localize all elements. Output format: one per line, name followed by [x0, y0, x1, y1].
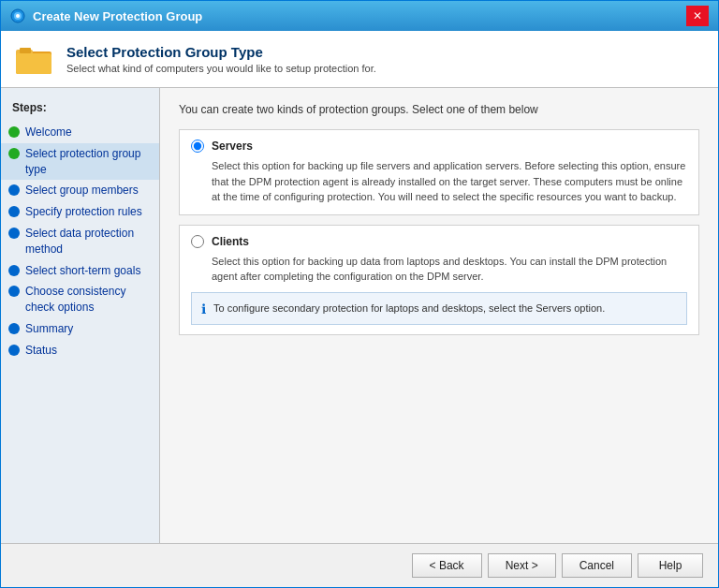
info-box: ℹ To configure secondary protection for …	[191, 292, 687, 325]
help-button[interactable]: Help	[638, 553, 703, 578]
sidebar-item-welcome[interactable]: Welcome	[1, 122, 159, 143]
footer: < Back Next > Cancel Help	[1, 543, 718, 587]
clients-option-row: Clients	[191, 235, 687, 248]
sidebar-label-consistency-check: Choose consistency check options	[25, 284, 148, 316]
servers-option-row: Servers	[191, 140, 687, 153]
content-area: You can create two kinds of protection g…	[160, 88, 718, 543]
sidebar-item-select-group-members[interactable]: Select group members	[1, 180, 159, 201]
clients-radio[interactable]	[191, 235, 204, 248]
cancel-button[interactable]: Cancel	[562, 553, 632, 578]
sidebar-label-summary: Summary	[25, 321, 73, 337]
sidebar-label-short-term-goals: Select short-term goals	[25, 263, 140, 279]
back-button[interactable]: < Back	[412, 553, 482, 578]
sidebar-item-choose-consistency-check-options[interactable]: Choose consistency check options	[1, 281, 159, 318]
main-window: Create New Protection Group ✕ Select Pro…	[0, 0, 719, 588]
folder-icon	[16, 42, 53, 76]
clients-description: Select this option for backing up data f…	[212, 254, 687, 285]
sidebar-item-specify-protection-rules[interactable]: Specify protection rules	[1, 201, 159, 223]
dot-protection-rules	[8, 206, 20, 217]
dot-consistency-check	[8, 286, 20, 297]
sidebar-item-summary[interactable]: Summary	[1, 318, 159, 340]
header-section: Select Protection Group Type Select what…	[1, 31, 718, 88]
clients-option-block: Clients Select this option for backing u…	[179, 225, 699, 335]
servers-option-block: Servers Select this option for backing u…	[179, 129, 699, 215]
main-content: Steps: Welcome Select protection group t…	[1, 88, 718, 543]
dot-select-type	[8, 148, 20, 159]
content-intro: You can create two kinds of protection g…	[179, 103, 699, 116]
sidebar-item-select-data-protection-method[interactable]: Select data protection method	[1, 223, 159, 260]
info-icon: ℹ	[201, 301, 206, 316]
info-text: To configure secondary protection for la…	[213, 301, 605, 316]
clients-label: Clients	[212, 235, 249, 248]
dot-group-members	[8, 184, 20, 196]
sidebar-item-select-short-term-goals[interactable]: Select short-term goals	[1, 260, 159, 282]
sidebar: Steps: Welcome Select protection group t…	[1, 88, 160, 543]
sidebar-label-data-protection-method: Select data protection method	[25, 226, 148, 257]
servers-radio[interactable]	[191, 140, 204, 153]
header-title: Select Protection Group Type	[66, 44, 376, 60]
dot-summary	[8, 323, 20, 334]
dot-welcome	[8, 126, 20, 138]
servers-label: Servers	[212, 140, 253, 153]
sidebar-label-status: Status	[25, 343, 57, 359]
sidebar-label-group-members: Select group members	[25, 183, 139, 198]
svg-rect-6	[20, 48, 31, 53]
app-icon	[10, 8, 25, 23]
steps-label: Steps:	[1, 97, 159, 122]
window-title: Create New Protection Group	[33, 9, 202, 23]
dot-status	[8, 345, 20, 356]
next-button[interactable]: Next >	[488, 553, 556, 578]
sidebar-label-select-type: Select protection group type	[25, 146, 148, 178]
sidebar-item-select-protection-group-type[interactable]: Select protection group type	[1, 143, 159, 181]
close-button[interactable]: ✕	[686, 6, 709, 26]
title-bar: Create New Protection Group ✕	[1, 1, 718, 31]
header-text: Select Protection Group Type Select what…	[66, 44, 376, 74]
svg-rect-5	[16, 53, 51, 74]
sidebar-item-status[interactable]: Status	[1, 340, 159, 361]
dot-data-protection-method	[8, 228, 20, 239]
title-bar-left: Create New Protection Group	[10, 8, 202, 23]
header-subtitle: Select what kind of computers you would …	[66, 63, 376, 74]
servers-description: Select this option for backing up file s…	[212, 158, 687, 205]
sidebar-label-welcome: Welcome	[25, 125, 72, 140]
sidebar-label-protection-rules: Specify protection rules	[25, 204, 142, 220]
dot-short-term-goals	[8, 265, 20, 276]
svg-point-2	[16, 14, 20, 18]
